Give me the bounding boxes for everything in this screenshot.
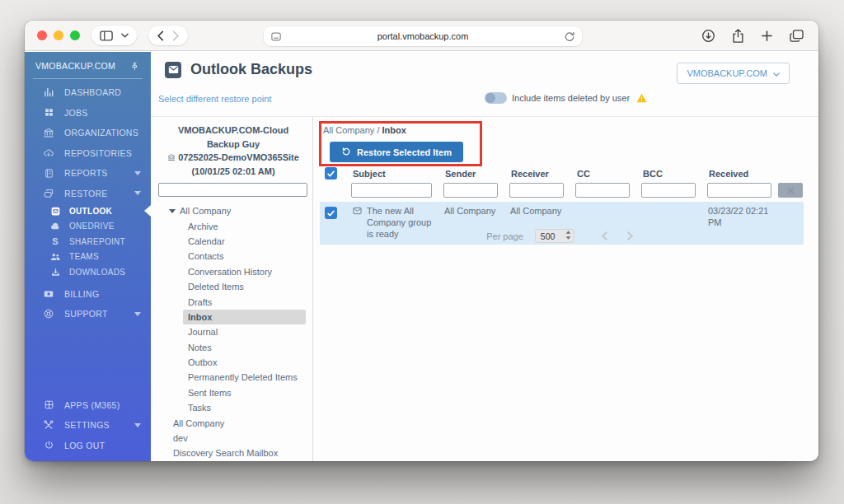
new-tab-icon[interactable] [761,30,773,42]
close-window-button[interactable] [37,30,47,40]
sidebar-toggle-group[interactable] [91,26,137,45]
tree-item-folder[interactable]: Outbox [151,355,312,370]
downloads-icon[interactable] [701,29,715,43]
sidebar-item-settings[interactable]: SETTINGS [25,415,151,436]
breadcrumb-separator: / [374,125,382,135]
next-page-button[interactable] [623,231,637,240]
filter-bcc-input[interactable] [641,183,696,198]
sidebar-item-logout[interactable]: LOG OUT [25,436,151,456]
filter-subject-input[interactable] [351,183,432,198]
select-restore-point-link[interactable]: Select different restore point [158,94,271,104]
column-header-cc[interactable]: CC [569,169,635,179]
sidebar-item-jobs[interactable]: JOBS [25,103,151,124]
tree-item-folder[interactable]: Sent Items [151,385,312,400]
toggle-knob [485,93,495,103]
column-header-receiver[interactable]: Receiver [503,169,569,179]
repositories-icon [43,147,54,159]
sidebar-item-billing[interactable]: BILLING [25,284,151,305]
tree-item-mailbox[interactable]: Discovery Search Mailbox [151,446,312,460]
tree-item-folder[interactable]: Journal [151,324,312,339]
sidebar-nav: DASHBOARD JOBS ORGANIZATIONS REPOSITORIE… [25,82,151,461]
desktop-background: portal.vmobackup.com [0,0,844,504]
page-settings-icon[interactable] [271,32,281,41]
cell-receiver: All Company [503,206,569,217]
chevron-down-icon[interactable] [121,33,129,38]
tree-item-folder[interactable]: Conversation History [151,264,312,279]
select-all-checkbox[interactable] [325,167,337,180]
sidebar-item-outlook[interactable]: OUTLOOK [25,203,151,219]
include-deleted-toggle[interactable] [485,92,507,104]
sidebar-item-apps-m365[interactable]: APPS (M365) [25,395,151,416]
org-selector-button[interactable]: VMOBACKUP.COM [677,63,790,84]
sidebar-item-restore[interactable]: RESTORE [25,184,151,204]
pin-icon[interactable] [129,62,140,71]
column-header-received[interactable]: Received [701,169,776,179]
filter-sender-input[interactable] [443,183,498,198]
include-deleted-label: Include items deleted by user [512,93,630,103]
tree-item-folder[interactable]: Calendar [151,234,312,249]
tree-item-folder[interactable]: Permanently Deleted Items [151,370,312,385]
sidebar-item-support[interactable]: SUPPORT [25,304,151,324]
sidebar-item-organizations[interactable]: ORGANIZATIONS [25,123,151,143]
tree-item-folder[interactable]: Notes [151,340,312,355]
chevron-down-icon [134,191,141,195]
main-content: Outlook Backups VMOBACKUP.COM Select dif… [151,52,818,461]
active-item-arrow [144,205,151,217]
column-header-bcc[interactable]: BCC [635,169,701,179]
cell-sender: All Company [437,206,503,217]
sidebar-item-teams[interactable]: TEAMS [25,250,151,265]
tree-item-mailbox[interactable]: dev [151,431,312,446]
support-icon [43,308,54,320]
url-bar[interactable]: portal.vmobackup.com [264,26,582,46]
clear-filters-button[interactable] [778,183,803,198]
column-header-subject[interactable]: Subject [345,169,437,179]
outlook-mail-icon [165,62,181,78]
pagination: Per page 500 [320,229,804,243]
filter-received-input[interactable] [707,183,771,198]
minimize-window-button[interactable] [54,30,63,40]
sidebar-item-repositories[interactable]: REPOSITORIES [25,143,151,164]
per-page-select[interactable]: 500 [535,229,574,243]
tree-item-mailbox[interactable]: All Company [151,415,312,430]
breadcrumb-parent[interactable]: All Company [323,125,374,135]
tab-overview-icon[interactable] [790,30,804,42]
restore-selected-item-button[interactable]: Restore Selected Item [330,142,463,162]
page-title: Outlook Backups [190,61,312,78]
tree-item-folder[interactable]: Drafts [151,294,312,309]
sidebar-item-onedrive[interactable]: ONEDRIVE [25,219,151,235]
row-checkbox[interactable] [325,207,337,219]
tree-item-folder-selected[interactable]: Inbox [183,310,306,324]
previous-page-button[interactable] [598,231,612,240]
sidebar-item-sharepoint[interactable]: S SHAREPOINT [25,234,151,250]
folder-search-input[interactable] [158,183,307,197]
sidebar-org-header: VMOBACKUP.COM [33,52,143,79]
zoom-window-button[interactable] [70,30,80,40]
back-button[interactable] [157,30,164,41]
reload-icon[interactable] [565,31,574,42]
items-pane: All Company / Inbox Restore Selected Ite… [313,117,818,461]
tree-expand-icon[interactable] [169,209,176,213]
tree-item-folder[interactable]: Archive [151,218,312,233]
tree-item-folder[interactable]: Contacts [151,249,312,264]
apps-icon [43,399,54,410]
browser-sidebar-icon[interactable] [100,30,113,41]
teams-icon [49,251,61,263]
tree-item-root[interactable]: All Company [151,203,312,218]
column-header-sender[interactable]: Sender [437,169,503,179]
mailbox-name: VMOBACKUP.COM-Cloud Backup Guy [164,124,302,151]
filter-cc-input[interactable] [575,183,630,198]
tree-item-folder[interactable]: Tasks [151,400,312,415]
sidebar-item-dashboard[interactable]: DASHBOARD [25,82,151,103]
sidebar-item-reports[interactable]: REPORTS [25,163,151,184]
sidebar-footer: APPS (M365) SETTINGS LOG OUT [25,395,151,462]
share-icon[interactable] [732,29,744,43]
tree-item-folder[interactable]: Deleted Items [151,279,312,294]
content-panes: VMOBACKUP.COM-Cloud Backup Guy 07252025-… [151,117,818,461]
table-filter-row [320,183,804,198]
app-sidebar: VMOBACKUP.COM DASHBOARD JOBS [25,52,151,461]
table-header-row: Subject Sender Receiver CC BCC Received [320,167,804,180]
sidebar-item-downloads[interactable]: DOWNLOADS [25,264,151,280]
filter-receiver-input[interactable] [509,183,564,198]
outlook-icon [49,206,61,217]
forward-button[interactable] [172,30,180,41]
